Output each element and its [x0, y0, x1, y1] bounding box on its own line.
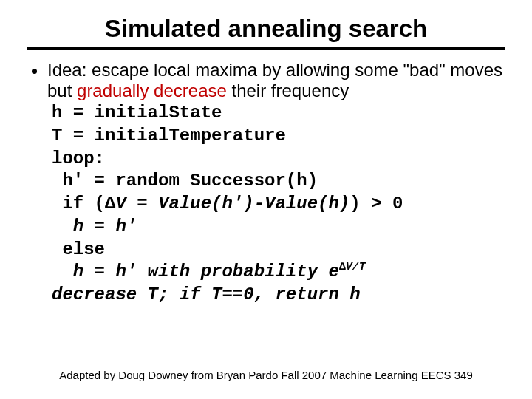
code-line-7: else: [52, 239, 105, 259]
bullet-text-post: their frequency: [227, 81, 349, 100]
pseudocode-block: h = initialState T = initialTemperature …: [52, 102, 505, 306]
code-line-5-italic: ∆V = Value(h')-Value(h): [105, 194, 349, 214]
code-line-2: T = initialTemperature: [52, 126, 286, 146]
code-line-1: h = initialState: [52, 103, 222, 123]
code-line-5-pre: if (: [52, 194, 105, 214]
code-line-9: decrease T; if T==0, return h: [52, 284, 361, 304]
bullet-idea: Idea: escape local maxima by allowing so…: [47, 60, 505, 307]
code-line-8-sup: ∆V/T: [339, 261, 366, 273]
code-line-6: h = h': [52, 216, 137, 236]
code-line-8-pre: h = h' with probability e: [52, 262, 339, 282]
code-line-3: loop:: [52, 149, 105, 168]
bullet-list: Idea: escape local maxima by allowing so…: [27, 60, 505, 307]
code-line-4: h' = random Successor(h): [52, 171, 318, 191]
code-line-5-post: ) > 0: [349, 194, 403, 214]
footer-credit: Adapted by Doug Downey from Bryan Pardo …: [0, 369, 532, 381]
title-rule: [27, 47, 505, 50]
bullet-text-highlight: gradually decrease: [77, 81, 227, 100]
page-title: Simulated annealing search: [27, 15, 505, 43]
slide: Simulated annealing search Idea: escape …: [0, 0, 532, 399]
